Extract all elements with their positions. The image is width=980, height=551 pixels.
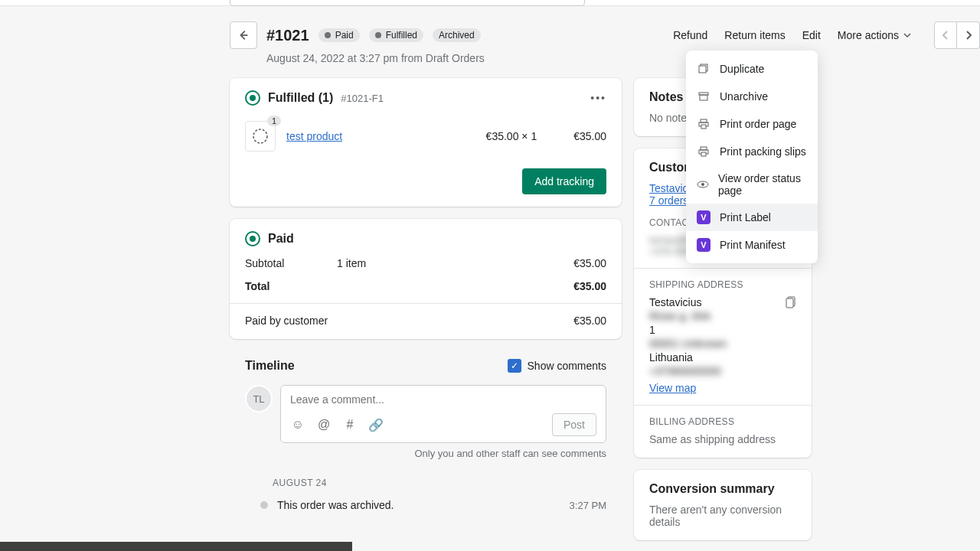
svg-rect-12: [701, 119, 707, 122]
show-comments-toggle[interactable]: ✓ Show comments: [508, 359, 606, 373]
total-amount: €35.00: [573, 280, 606, 292]
topbar: Setup guide TL Tomas L: [0, 0, 980, 6]
dd-print-slips[interactable]: Print packing slips: [686, 138, 818, 165]
billing-body: Same as shipping address: [649, 433, 796, 445]
mention-icon[interactable]: @: [316, 418, 332, 432]
svg-point-19: [701, 183, 704, 186]
paid-card: Paid Subtotal1 item€35.00 Total€35.00 Pa…: [230, 219, 622, 339]
fulfilled-menu-button[interactable]: •••: [590, 92, 606, 104]
ship-city: 00001 Unknown: [649, 337, 796, 350]
timeline-dot-icon: [260, 501, 268, 509]
ship-phone: +37060000000: [649, 365, 796, 377]
print-icon: [697, 117, 710, 131]
edit-button[interactable]: Edit: [802, 29, 821, 41]
copy-address-button[interactable]: [786, 296, 796, 311]
ship-country: Lithuania: [649, 351, 796, 364]
fulfilled-status-icon: [245, 90, 260, 106]
emoji-icon[interactable]: ☺: [290, 418, 305, 432]
page-title: #1021: [266, 27, 309, 44]
unit-price: €35.00 × 1: [486, 130, 537, 142]
product-thumbnail[interactable]: 1: [245, 121, 276, 152]
checkbox-checked-icon: ✓: [508, 359, 521, 373]
svg-point-3: [253, 129, 267, 143]
pager: [934, 21, 980, 49]
order-date: August 24, 2022 at 3:27 pm from Draft Or…: [266, 52, 980, 64]
timeline-item-time: 3:27 PM: [570, 500, 606, 511]
paid-by-customer-amount: €35.00: [573, 315, 606, 327]
svg-rect-9: [699, 66, 706, 73]
back-button[interactable]: [230, 21, 257, 49]
total-label: Total: [245, 280, 337, 292]
paid-title: Paid: [268, 232, 294, 246]
billing-address-label: BILLING ADDRESS: [649, 416, 796, 427]
ship-name: Testavicius: [649, 296, 796, 308]
search-input[interactable]: [230, 0, 585, 6]
fulfilled-card: Fulfilled (1) #1021-F1 ••• 1 test produc…: [230, 78, 622, 207]
app-icon: V: [697, 238, 710, 252]
timeline-card: Timeline ✓ Show comments TL ☺ @ #: [230, 351, 622, 514]
pager-prev-button[interactable]: [934, 21, 957, 49]
subtotal-qty: 1 item: [337, 257, 573, 269]
content: #1021 Paid Fulfilled Archived Refund Ret…: [11, 6, 980, 551]
product-link[interactable]: test product: [286, 130, 342, 142]
app-icon: V: [697, 210, 710, 224]
dd-print-label[interactable]: V Print Label: [686, 204, 818, 231]
dd-unarchive[interactable]: Unarchive: [686, 83, 818, 110]
conversion-body: There aren't any conversion details: [649, 504, 796, 528]
dd-view-status[interactable]: View order status page: [686, 165, 818, 204]
dd-duplicate[interactable]: Duplicate: [686, 55, 818, 83]
line-total: €35.00: [573, 130, 606, 142]
eye-icon: [697, 178, 709, 191]
return-items-button[interactable]: Return items: [724, 29, 785, 41]
subtotal-amount: €35.00: [573, 257, 606, 269]
add-tracking-button[interactable]: Add tracking: [522, 168, 606, 194]
paid-by-customer-label: Paid by customer: [245, 315, 328, 327]
comment-box: ☺ @ # 🔗 Post: [280, 385, 606, 443]
print-icon: [697, 145, 710, 158]
conversion-title: Conversion summary: [649, 482, 796, 496]
qty-badge: 1: [267, 116, 281, 126]
comment-input[interactable]: [290, 393, 596, 406]
comment-visibility-note: Only you and other staff can see comment…: [230, 448, 622, 470]
status-badge-archived: Archived: [433, 28, 481, 42]
timeline-item-text: This order was archived.: [277, 499, 394, 511]
hashtag-icon[interactable]: #: [342, 418, 358, 432]
subtotal-label: Subtotal: [245, 257, 337, 269]
search-wrap: [230, 0, 585, 6]
view-map-link[interactable]: View map: [649, 382, 796, 394]
svg-rect-15: [701, 147, 707, 150]
ship-line3: 1: [649, 324, 796, 336]
timeline-date-group: AUGUST 24: [230, 470, 622, 496]
svg-rect-14: [701, 125, 706, 129]
ship-street: Rūsio g. 00A: [649, 310, 796, 322]
paid-status-icon: [245, 231, 260, 246]
unarchive-icon: [697, 90, 710, 103]
fulfilled-title: Fulfilled (1): [268, 91, 333, 105]
status-badge-paid: Paid: [318, 28, 360, 42]
duplicate-icon: [697, 62, 710, 76]
attachment-icon[interactable]: 🔗: [368, 418, 384, 432]
search-icon: [237, 0, 251, 1]
timeline-item: This order was archived. 3:27 PM: [230, 496, 622, 514]
post-button[interactable]: Post: [552, 413, 596, 436]
shipping-address-label: SHIPPING ADDRESS: [649, 279, 796, 290]
svg-rect-7: [786, 298, 793, 308]
order-header: #1021 Paid Fulfilled Archived Refund Ret…: [230, 21, 980, 49]
pager-next-button[interactable]: [957, 21, 980, 49]
svg-rect-11: [700, 95, 707, 100]
chevron-down-icon: [903, 33, 911, 37]
refund-button[interactable]: Refund: [673, 29, 707, 41]
comment-avatar: TL: [245, 385, 273, 412]
more-actions-dropdown: Duplicate Unarchive Print order page Pri…: [686, 51, 818, 263]
svg-rect-17: [701, 152, 706, 156]
fulfillment-id: #1021-F1: [341, 93, 384, 104]
more-actions-button[interactable]: More actions: [838, 29, 911, 41]
conversion-card: Conversion summary There aren't any conv…: [634, 470, 812, 540]
dd-print-order[interactable]: Print order page: [686, 110, 818, 138]
line-item: 1 test product €35.00 × 1 €35.00: [245, 116, 606, 168]
status-badge-fulfilled: Fulfilled: [369, 28, 423, 42]
timeline-title: Timeline: [245, 359, 295, 373]
browser-url-tooltip: [0, 542, 352, 551]
dd-print-manifest[interactable]: V Print Manifest: [686, 231, 818, 259]
